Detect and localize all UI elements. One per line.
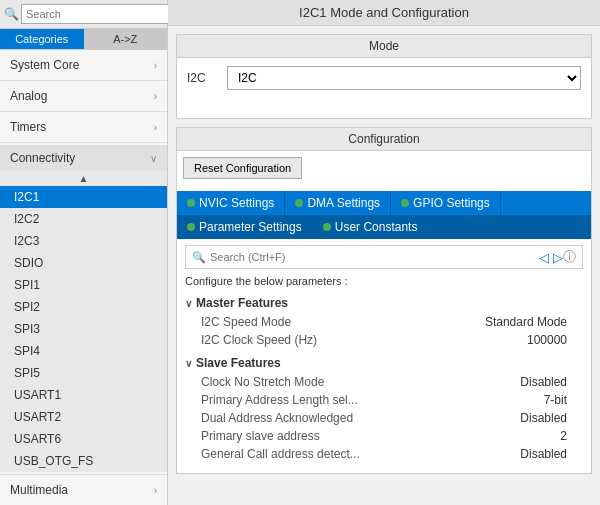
chevron-right-icon: ›	[154, 60, 157, 71]
tab-gpio-settings[interactable]: GPIO Settings	[391, 191, 501, 215]
config-tab-bar-2: Parameter Settings User Constants	[177, 215, 591, 239]
gpio-dot-icon	[401, 199, 409, 207]
feature-row-addr-length: Primary Address Length sel... 7-bit	[185, 391, 583, 409]
config-tab-bar: NVIC Settings DMA Settings GPIO Settings	[177, 191, 591, 215]
sidebar-item-multimedia[interactable]: Multimedia ›	[0, 477, 167, 503]
chevron-right-icon: ›	[154, 91, 157, 102]
main-layout: 🔍 ⚙ Categories A->Z System Core › Analog…	[0, 0, 600, 505]
user-dot-icon	[323, 223, 331, 231]
param-dot-icon	[187, 223, 195, 231]
config-inner: Reset Configuration	[177, 151, 591, 191]
sidebar-item-connectivity[interactable]: Connectivity ∨	[0, 145, 167, 171]
sidebar: 🔍 ⚙ Categories A->Z System Core › Analog…	[0, 0, 168, 505]
sidebar-item-analog[interactable]: Analog ›	[0, 83, 167, 109]
feature-row-general-call: General Call address detect... Disabled	[185, 445, 583, 463]
sidebar-section-timers: Timers ›	[0, 112, 167, 143]
feature-row-clock-speed: I2C Clock Speed (Hz) 100000	[185, 331, 583, 349]
chevron-right-icon: ›	[154, 122, 157, 133]
tab-user-constants[interactable]: User Constants	[313, 215, 429, 239]
tab-dma-settings[interactable]: DMA Settings	[285, 191, 391, 215]
reset-config-button[interactable]: Reset Configuration	[183, 157, 302, 179]
param-search-bar: 🔍 ◁ ▷ ⓘ	[185, 245, 583, 269]
config-section: Configuration Reset Configuration NVIC S…	[176, 127, 592, 474]
sidebar-item-spi5[interactable]: SPI5	[0, 362, 167, 384]
sidebar-section-multimedia: Multimedia ›	[0, 475, 167, 505]
sidebar-item-i2c1[interactable]: I2C1	[0, 186, 167, 208]
sidebar-section-systemcore: System Core ›	[0, 50, 167, 81]
sidebar-item-spi3[interactable]: SPI3	[0, 318, 167, 340]
collapse-icon: ∨	[185, 358, 192, 369]
feature-group-master: ∨ Master Features I2C Speed Mode Standar…	[185, 293, 583, 349]
sidebar-item-usart1[interactable]: USART1	[0, 384, 167, 406]
tab-parameter-settings[interactable]: Parameter Settings	[177, 215, 313, 239]
mode-section-title: Mode	[177, 35, 591, 58]
mode-row: I2C I2C Disabled SMBus Alert mode SMBus …	[177, 58, 591, 98]
collapse-icon: ∨	[185, 298, 192, 309]
sidebar-item-i2c3[interactable]: I2C3	[0, 230, 167, 252]
content-title: I2C1 Mode and Configuration	[168, 0, 600, 26]
info-icon[interactable]: ⓘ	[563, 248, 576, 266]
sidebar-item-usart6[interactable]: USART6	[0, 428, 167, 450]
content-body: Mode I2C I2C Disabled SMBus Alert mode S…	[168, 26, 600, 505]
master-features-header[interactable]: ∨ Master Features	[185, 293, 583, 313]
feature-row-slave-addr: Primary slave address 2	[185, 427, 583, 445]
param-search-icon: 🔍	[192, 251, 206, 264]
next-result-icon[interactable]: ▷	[553, 250, 563, 265]
sidebar-subitems-connectivity: ▲ I2C1 I2C2 I2C3 SDIO SPI1 SPI2 SPI3 SPI…	[0, 171, 167, 472]
sidebar-item-sdio[interactable]: SDIO	[0, 252, 167, 274]
sidebar-item-spi4[interactable]: SPI4	[0, 340, 167, 362]
sidebar-section-connectivity: Connectivity ∨ ▲ I2C1 I2C2 I2C3 SDIO SPI…	[0, 143, 167, 475]
nvic-dot-icon	[187, 199, 195, 207]
chevron-right-icon: ›	[154, 485, 157, 496]
content-area: I2C1 Mode and Configuration Mode I2C I2C…	[168, 0, 600, 505]
config-section-title: Configuration	[177, 128, 591, 151]
feature-row-no-stretch: Clock No Stretch Mode Disabled	[185, 373, 583, 391]
sidebar-item-spi1[interactable]: SPI1	[0, 274, 167, 296]
sidebar-search-bar: 🔍 ⚙	[0, 0, 167, 29]
feature-group-slave: ∨ Slave Features Clock No Stretch Mode D…	[185, 353, 583, 463]
mode-label: I2C	[187, 71, 217, 85]
sidebar-section-analog: Analog ›	[0, 81, 167, 112]
configure-text: Configure the below parameters :	[185, 275, 583, 287]
sidebar-item-timers[interactable]: Timers ›	[0, 114, 167, 140]
slave-features-header[interactable]: ∨ Slave Features	[185, 353, 583, 373]
feature-row-speed-mode: I2C Speed Mode Standard Mode	[185, 313, 583, 331]
search-input[interactable]	[21, 4, 169, 24]
search-icon: 🔍	[4, 7, 19, 21]
sidebar-item-usbotgfs[interactable]: USB_OTG_FS	[0, 450, 167, 472]
mode-section: Mode I2C I2C Disabled SMBus Alert mode S…	[176, 34, 592, 119]
sidebar-item-systemcore[interactable]: System Core ›	[0, 52, 167, 78]
param-content: 🔍 ◁ ▷ ⓘ Configure the below parameters :…	[177, 239, 591, 473]
param-search-input[interactable]	[210, 251, 535, 263]
tab-atoz[interactable]: A->Z	[84, 29, 168, 49]
tab-categories[interactable]: Categories	[0, 29, 84, 49]
expand-up-icon: ▲	[0, 171, 167, 186]
sidebar-item-i2c2[interactable]: I2C2	[0, 208, 167, 230]
sidebar-item-spi2[interactable]: SPI2	[0, 296, 167, 318]
mode-select[interactable]: I2C Disabled SMBus Alert mode SMBus two-…	[227, 66, 581, 90]
sidebar-tabs: Categories A->Z	[0, 29, 167, 50]
sidebar-item-usart2[interactable]: USART2	[0, 406, 167, 428]
prev-result-icon[interactable]: ◁	[539, 250, 549, 265]
mode-spacer	[177, 98, 591, 118]
dma-dot-icon	[295, 199, 303, 207]
feature-row-dual-addr: Dual Address Acknowledged Disabled	[185, 409, 583, 427]
tab-nvic-settings[interactable]: NVIC Settings	[177, 191, 285, 215]
chevron-down-icon: ∨	[150, 153, 157, 164]
